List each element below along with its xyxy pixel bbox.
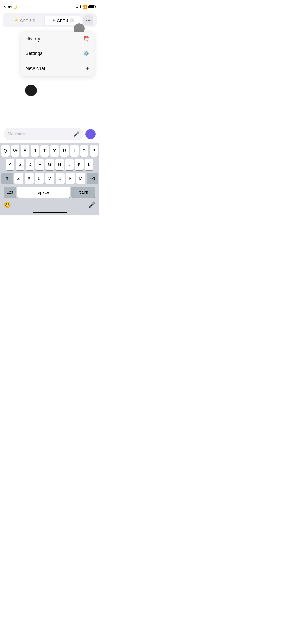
status-bar: 9:41 🌙 📶 bbox=[0, 0, 99, 12]
plus-icon: + bbox=[86, 65, 89, 72]
status-time: 9:41 bbox=[4, 5, 12, 9]
keyboard-row-4: 123 space return bbox=[1, 187, 98, 198]
message-input-wrap[interactable]: Message 🎤 bbox=[4, 128, 83, 140]
key-m[interactable]: M bbox=[76, 173, 85, 184]
keyboard-row-3: ⬆ Z X C V B N M ⌫ bbox=[1, 173, 98, 184]
key-h[interactable]: H bbox=[55, 159, 64, 170]
signal-bars-icon bbox=[76, 5, 81, 8]
audio-waveform-icon[interactable]: 🎤 bbox=[74, 131, 79, 137]
clock-icon: ⏰ bbox=[83, 36, 89, 42]
space-key[interactable]: space bbox=[17, 187, 70, 198]
menu-item-settings[interactable]: Settings ⚙️ bbox=[21, 46, 94, 61]
bolt-icon: ⚡ bbox=[14, 18, 19, 22]
sparkle-icon: ✦ bbox=[52, 18, 55, 22]
key-u[interactable]: U bbox=[60, 145, 69, 157]
keyboard: Q W E R T Y U I O P A S D F G H J K L ⬆ … bbox=[0, 143, 99, 215]
menu-new-chat-label: New chat bbox=[25, 66, 45, 71]
menu-settings-label: Settings bbox=[25, 51, 43, 56]
message-placeholder: Message bbox=[8, 132, 71, 136]
tab-gpt35[interactable]: ⚡ GPT-3.5 bbox=[6, 16, 43, 25]
key-w[interactable]: W bbox=[11, 145, 19, 157]
key-c[interactable]: C bbox=[35, 173, 44, 184]
key-k[interactable]: K bbox=[75, 159, 83, 170]
key-g[interactable]: G bbox=[45, 159, 54, 170]
key-i[interactable]: I bbox=[70, 145, 78, 157]
battery-icon bbox=[88, 5, 95, 8]
send-button[interactable]: ↑ bbox=[85, 129, 96, 139]
status-icons: 📶 bbox=[76, 5, 95, 9]
moon-icon: 🌙 bbox=[13, 5, 17, 9]
key-a[interactable]: A bbox=[6, 159, 14, 170]
info-badge[interactable]: i bbox=[70, 18, 74, 22]
keyboard-bottom-row: 😃 🎤 bbox=[1, 200, 98, 210]
wifi-icon: 📶 bbox=[82, 5, 87, 9]
keyboard-row-2: A S D F G H J K L bbox=[1, 159, 98, 170]
more-dots-icon: ••• bbox=[86, 18, 91, 22]
key-s[interactable]: S bbox=[16, 159, 24, 170]
key-l[interactable]: L bbox=[85, 159, 93, 170]
key-v[interactable]: V bbox=[45, 173, 54, 184]
key-q[interactable]: Q bbox=[1, 145, 10, 157]
return-key[interactable]: return bbox=[71, 187, 95, 198]
num-key[interactable]: 123 bbox=[4, 187, 16, 198]
home-bar bbox=[33, 212, 67, 213]
tab-gpt4[interactable]: ✦ GPT-4 i bbox=[45, 16, 82, 25]
menu-item-new-chat[interactable]: New chat + bbox=[21, 61, 94, 76]
key-p[interactable]: P bbox=[90, 145, 98, 157]
gear-icon: ⚙️ bbox=[83, 50, 89, 56]
key-f[interactable]: F bbox=[35, 159, 44, 170]
menu-history-label: History bbox=[25, 36, 40, 42]
key-e[interactable]: E bbox=[21, 145, 29, 157]
keyboard-row-1: Q W E R T Y U I O P bbox=[1, 145, 98, 157]
menu-item-history[interactable]: History ⏰ bbox=[21, 32, 94, 46]
key-n[interactable]: N bbox=[66, 173, 75, 184]
message-bar: Message 🎤 ↑ bbox=[0, 125, 99, 143]
key-x[interactable]: X bbox=[25, 173, 34, 184]
key-b[interactable]: B bbox=[56, 173, 65, 184]
delete-key[interactable]: ⌫ bbox=[87, 173, 98, 184]
microphone-icon[interactable]: 🎤 bbox=[88, 201, 96, 208]
shift-key[interactable]: ⬆ bbox=[1, 173, 13, 184]
emoji-button[interactable]: 😃 bbox=[4, 201, 11, 208]
key-t[interactable]: T bbox=[40, 145, 49, 157]
send-arrow-icon: ↑ bbox=[88, 133, 93, 135]
key-r[interactable]: R bbox=[31, 145, 39, 157]
tab-gpt4-label: GPT-4 bbox=[57, 18, 68, 23]
dropdown-menu: History ⏰ Settings ⚙️ New chat + bbox=[21, 32, 94, 76]
key-y[interactable]: Y bbox=[50, 145, 59, 157]
circle-bottom-decoration bbox=[25, 85, 37, 96]
key-o[interactable]: O bbox=[80, 145, 88, 157]
key-z[interactable]: Z bbox=[14, 173, 23, 184]
home-indicator bbox=[1, 210, 98, 214]
tab-gpt35-label: GPT-3.5 bbox=[20, 18, 35, 23]
key-d[interactable]: D bbox=[26, 159, 34, 170]
key-j[interactable]: J bbox=[65, 159, 74, 170]
more-button[interactable]: ••• bbox=[83, 15, 93, 25]
